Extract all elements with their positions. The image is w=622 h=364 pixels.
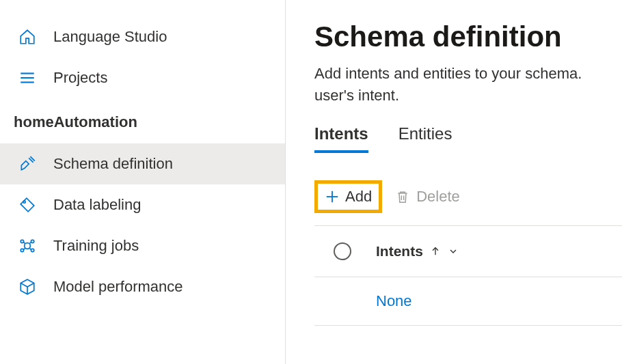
svg-line-12 [29,248,31,249]
nav-data-labeling[interactable]: Data labeling [0,184,285,225]
svg-point-4 [25,243,31,249]
intent-link[interactable]: None [376,292,412,310]
svg-line-10 [29,242,31,244]
tabs: Intents Entities [314,124,622,153]
training-icon [18,236,37,255]
nav-training-jobs[interactable]: Training jobs [0,225,285,266]
svg-point-3 [23,201,25,203]
column-label: Intents [376,243,423,260]
project-name: homeAutomation [0,98,285,143]
home-icon [18,27,37,46]
add-label: Add [345,188,372,206]
nav-language-studio[interactable]: Language Studio [0,16,285,57]
add-button[interactable]: Add [314,180,382,213]
plus-icon [325,189,340,204]
nav-schema-definition[interactable]: Schema definition [0,143,285,184]
sidebar: Language Studio Projects homeAutomation … [0,0,286,364]
nav-model-performance[interactable]: Model performance [0,266,285,307]
nav-projects[interactable]: Projects [0,57,285,98]
cube-icon [18,277,37,296]
toolbar: Add Delete [314,180,622,226]
svg-line-9 [24,242,25,244]
nav-label: Data labeling [53,196,141,214]
svg-point-5 [21,240,23,242]
nav-label: Schema definition [53,155,173,173]
schema-icon [18,154,37,173]
svg-point-8 [31,249,33,251]
main-content: Schema definition Add intents and entiti… [286,0,622,364]
table-row[interactable]: None [314,277,622,326]
sort-up-icon [430,246,441,257]
tab-intents[interactable]: Intents [314,124,368,153]
nav-label: Language Studio [53,28,167,46]
column-intents[interactable]: Intents [376,243,459,260]
table-header: Intents [314,226,622,277]
nav-label: Projects [53,69,107,87]
chevron-down-icon [448,246,459,257]
page-description: Add intents and entities to your schema.… [314,63,622,107]
delete-label: Delete [416,188,460,206]
list-icon [18,68,37,87]
svg-line-11 [24,248,25,249]
tab-entities[interactable]: Entities [398,124,452,153]
page-title: Schema definition [314,20,622,53]
trash-icon [396,188,409,205]
delete-button[interactable]: Delete [396,188,460,206]
select-all-checkbox[interactable] [334,242,351,260]
svg-point-6 [31,240,33,242]
nav-label: Model performance [53,278,183,296]
tag-icon [18,195,37,214]
svg-point-7 [21,249,23,251]
nav-label: Training jobs [53,237,139,255]
